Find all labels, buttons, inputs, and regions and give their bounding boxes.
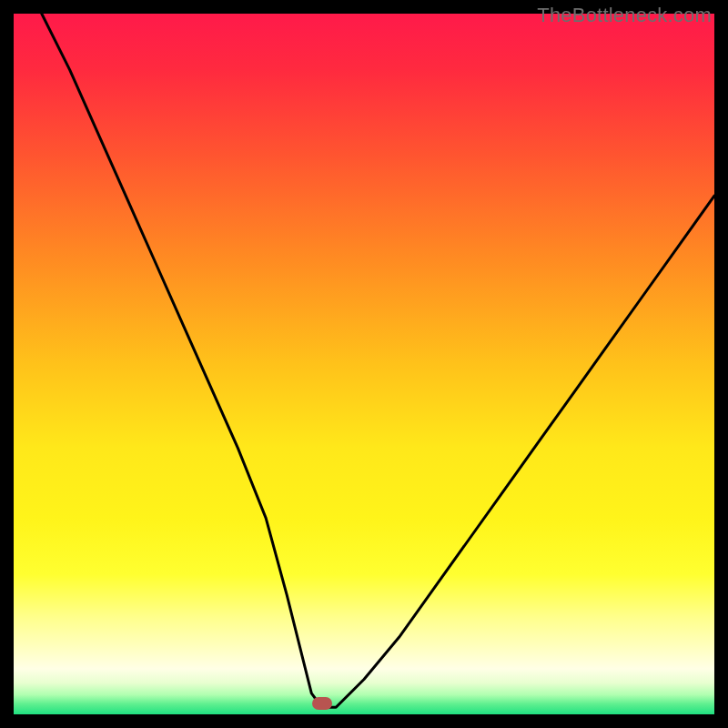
- chart-frame: [14, 14, 714, 714]
- optimal-point-marker: [312, 697, 332, 710]
- watermark-text: TheBottleneck.com: [537, 4, 712, 27]
- gradient-background: [14, 14, 714, 714]
- bottleneck-chart: [14, 14, 714, 714]
